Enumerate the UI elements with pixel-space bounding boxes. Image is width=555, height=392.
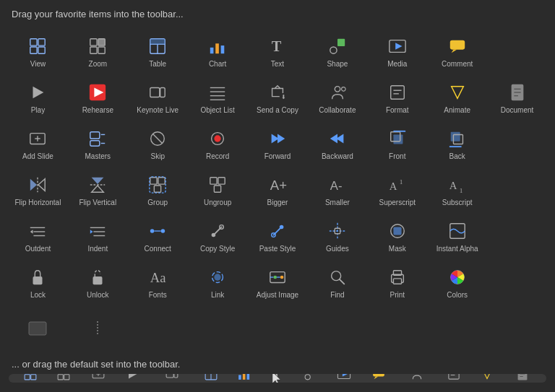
colors-icon <box>446 266 469 289</box>
tool-item-keynote_live[interactable]: Keynote Live <box>129 74 187 119</box>
tool-item-record[interactable]: Record <box>189 121 247 165</box>
default-item-d_chart[interactable]: Chart <box>228 374 260 383</box>
svg-marker-66 <box>38 178 45 191</box>
tool-item-send_copy[interactable]: ⬇Send a Copy <box>249 74 307 119</box>
svg-point-108 <box>214 274 220 280</box>
tool-item-slide_thumb[interactable] <box>9 305 67 350</box>
svg-line-116 <box>340 279 345 284</box>
tool-item-masters[interactable]: Masters <box>69 121 127 165</box>
default-item-d_zoom[interactable]: Zoom <box>48 374 79 383</box>
default-item-d_add_slide[interactable]: Add Slide <box>81 374 115 383</box>
svg-rect-73 <box>155 185 161 191</box>
add_slide-label: Add Slide <box>22 152 53 161</box>
superscript-icon: A1 <box>386 173 409 196</box>
tool-item-media[interactable]: Media <box>368 28 426 73</box>
tool-item-indent[interactable]: Indent <box>69 213 127 258</box>
tool-item-view[interactable]: View <box>9 28 67 73</box>
svg-rect-118 <box>393 278 401 283</box>
default-item-d_animate[interactable]: Animate <box>471 374 503 383</box>
tool-item-adjust_image[interactable]: Adjust Image <box>249 259 307 304</box>
tool-item-copy_style[interactable]: Copy Style <box>189 213 247 258</box>
send_copy-icon: ⬇ <box>266 81 289 104</box>
tool-item-add_slide[interactable]: Add Slide <box>9 121 67 165</box>
svg-line-52 <box>153 134 163 143</box>
default-item-d_media[interactable]: Media <box>328 374 360 383</box>
tool-item-outdent[interactable]: Outdent <box>9 213 67 258</box>
svg-marker-68 <box>92 177 104 183</box>
default-item-d_collaborate[interactable]: Collaborate <box>397 374 437 383</box>
tool-item-document[interactable]: Document <box>488 74 546 119</box>
colors-label: Colors <box>447 291 468 300</box>
tool-item-play[interactable]: Play <box>9 74 67 119</box>
tool-item-mask[interactable]: Mask <box>368 213 426 258</box>
d_add_slide-icon <box>90 374 106 382</box>
default-item-d_play[interactable]: Play <box>116 374 148 383</box>
tool-item-flip_horiz[interactable]: Flip Horizontal <box>9 167 67 212</box>
tool-item-separator_item[interactable] <box>69 305 127 350</box>
tool-item-comment[interactable]: Comment <box>428 28 486 73</box>
tool-item-spacer8 <box>249 305 307 350</box>
tool-item-subscript[interactable]: A1Subscript <box>428 167 486 212</box>
tool-item-forward[interactable]: Forward <box>249 121 307 165</box>
tool-item-fonts[interactable]: AaFonts <box>129 259 187 304</box>
tool-item-chart[interactable]: Chart <box>189 28 247 73</box>
tool-item-shape[interactable]: Shape <box>308 28 366 73</box>
tool-item-backward[interactable]: Backward <box>308 121 366 165</box>
default-item-d_text[interactable]: TText <box>262 374 293 383</box>
tool-item-lock[interactable]: Lock <box>9 259 67 304</box>
tool-item-find[interactable]: Find <box>308 259 366 304</box>
tool-item-instant_alpha[interactable]: Instant Alpha <box>428 213 486 258</box>
tool-item-animate[interactable]: Animate <box>428 74 486 119</box>
tool-item-ungroup[interactable]: Ungroup <box>189 167 247 212</box>
lock-label: Lock <box>30 291 46 300</box>
d_media-icon <box>336 374 352 382</box>
svg-marker-134 <box>129 374 137 378</box>
default-item-d_table[interactable]: Table <box>195 374 227 383</box>
table-label: Table <box>149 60 166 69</box>
tool-item-flip_vert[interactable]: Flip Vertical <box>69 167 127 212</box>
tool-item-zoom[interactable]: Zoom <box>69 28 127 73</box>
tool-item-unlock[interactable]: Unlock <box>69 259 127 304</box>
outdent-icon <box>26 219 49 243</box>
link-label: Link <box>211 291 224 300</box>
svg-rect-105 <box>33 276 43 284</box>
tool-item-paste_style[interactable]: Paste Style <box>249 213 307 258</box>
tool-item-connect[interactable]: Connect <box>129 213 187 258</box>
tool-item-colors[interactable]: Colors <box>428 259 486 304</box>
svg-marker-65 <box>30 178 37 191</box>
slide_thumb-icon <box>26 317 49 340</box>
default-item-d_view[interactable]: View <box>14 374 46 383</box>
tool-item-text[interactable]: TText <box>249 28 307 73</box>
drag-hint: Drag your favorite items into the toolba… <box>0 0 555 25</box>
svg-text:A: A <box>449 179 457 191</box>
svg-rect-141 <box>238 375 241 379</box>
svg-text:Aa: Aa <box>150 270 166 285</box>
tool-item-guides[interactable]: Guides <box>308 213 366 258</box>
tool-item-superscript[interactable]: A1Superscript <box>368 167 426 212</box>
default-item-d_format[interactable]: Format <box>438 374 470 383</box>
tool-item-front[interactable]: Front <box>368 121 426 165</box>
tool-item-object_list[interactable]: Object List <box>189 74 247 119</box>
tool-item-link[interactable]: Link <box>189 259 247 304</box>
svg-point-93 <box>161 229 165 233</box>
tool-item-collaborate[interactable]: Collaborate <box>308 74 366 119</box>
flip_vert-icon <box>86 173 109 196</box>
tool-item-skip[interactable]: Skip <box>129 121 187 165</box>
default-item-d_keynote_live[interactable]: Keynote Live <box>150 374 193 383</box>
tool-item-back[interactable]: Back <box>428 121 486 165</box>
separator_item-icon <box>86 317 109 340</box>
tool-item-bigger[interactable]: A+Bigger <box>249 167 307 212</box>
default-item-d_shape[interactable]: Shape <box>295 374 327 383</box>
tool-item-group[interactable]: Group <box>129 167 187 212</box>
tool-item-smaller[interactable]: A-Smaller <box>308 167 366 212</box>
tool-item-table[interactable]: Table <box>129 28 187 73</box>
default-item-d_comment[interactable]: Comment <box>361 374 396 383</box>
shape-icon <box>326 35 349 58</box>
backward-icon <box>326 127 349 150</box>
tool-item-rehearse[interactable]: Rehearse <box>69 74 127 119</box>
format-icon <box>386 81 409 104</box>
tool-item-print[interactable]: Print <box>368 259 426 304</box>
tool-item-format[interactable]: Format <box>368 74 426 119</box>
default-item-d_document[interactable]: Document <box>504 374 541 383</box>
tool-item-spacer7 <box>189 305 247 350</box>
